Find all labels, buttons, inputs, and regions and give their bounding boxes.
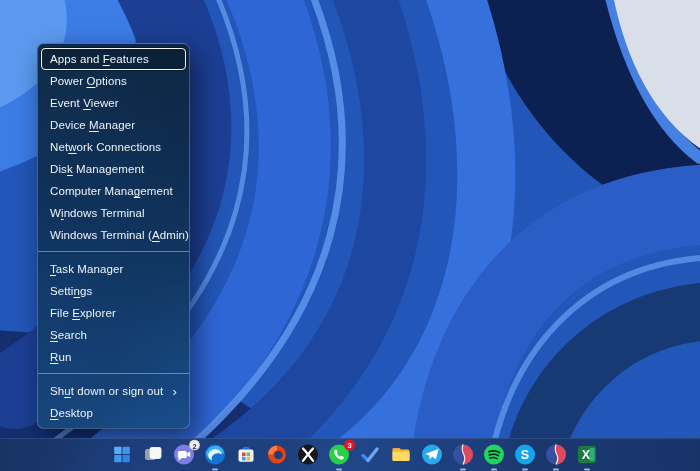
menu-item-power-options[interactable]: Power Options: [41, 70, 186, 92]
menu-item-apps-and-features[interactable]: Apps and Features: [41, 48, 186, 70]
menu-item-label: Shut down or sign out: [50, 385, 163, 397]
menu-item-run[interactable]: Run: [41, 346, 186, 368]
running-indicator: [212, 468, 218, 471]
excel-glyph: X: [575, 443, 599, 467]
store-glyph: [234, 443, 258, 467]
menu-item-label: Run: [50, 351, 71, 363]
menu-item-windows-terminal-admin[interactable]: Windows Terminal (Admin): [41, 224, 186, 246]
menu-item-label: Windows Terminal (Admin): [50, 229, 189, 241]
whatsapp-badge: 3: [344, 440, 355, 451]
office-icon[interactable]: [265, 443, 289, 467]
menu-item-network-connections[interactable]: Network Connections: [41, 136, 186, 158]
whatsapp-icon[interactable]: 3: [327, 443, 351, 467]
running-indicator: [336, 468, 342, 471]
menu-item-windows-terminal[interactable]: Windows Terminal: [41, 202, 186, 224]
running-indicator: [491, 468, 497, 471]
menu-item-label: Windows Terminal: [50, 207, 145, 219]
skype-icon[interactable]: S: [513, 443, 537, 467]
svg-text:S: S: [521, 448, 529, 462]
menu-item-shut-down-or-sign-out[interactable]: Shut down or sign out›: [41, 380, 186, 402]
start-icon[interactable]: [110, 443, 134, 467]
menu-item-event-viewer[interactable]: Event Viewer: [41, 92, 186, 114]
taskbar: 2 3 S X: [0, 438, 700, 471]
menu-item-device-manager[interactable]: Device Manager: [41, 114, 186, 136]
menu-item-label: Desktop: [50, 407, 93, 419]
red-blue-app-2-icon[interactable]: [544, 443, 568, 467]
running-indicator: [584, 468, 590, 471]
chat-icon[interactable]: 2: [172, 443, 196, 467]
skype-glyph: S: [513, 443, 537, 467]
winx-menu: Apps and FeaturesPower OptionsEvent View…: [37, 43, 190, 429]
start-glyph: [110, 443, 134, 467]
desktop[interactable]: Apps and FeaturesPower OptionsEvent View…: [0, 0, 700, 471]
red-blue-app-glyph: [451, 443, 475, 467]
running-indicator: [522, 468, 528, 471]
todo-glyph: [358, 443, 382, 467]
spotify-icon[interactable]: [482, 443, 506, 467]
file-explorer-glyph: [389, 443, 413, 467]
menu-item-label: Task Manager: [50, 263, 123, 275]
spotify-glyph: [482, 443, 506, 467]
menu-separator: [38, 373, 189, 374]
menu-item-label: Apps and Features: [50, 53, 149, 65]
menu-item-label: Event Viewer: [50, 97, 119, 109]
menu-item-label: Power Options: [50, 75, 127, 87]
red-blue-app-2-glyph: [544, 443, 568, 467]
menu-item-label: Network Connections: [50, 141, 161, 153]
telegram-glyph: [420, 443, 444, 467]
menu-item-file-explorer[interactable]: File Explorer: [41, 302, 186, 324]
menu-item-label: Device Manager: [50, 119, 135, 131]
running-indicator: [460, 468, 466, 471]
xbox-icon[interactable]: [296, 443, 320, 467]
taskbar-icons: 2 3 S X: [110, 443, 599, 467]
todo-icon[interactable]: [358, 443, 382, 467]
red-blue-app-icon[interactable]: [451, 443, 475, 467]
menu-item-label: Search: [50, 329, 87, 341]
store-icon[interactable]: [234, 443, 258, 467]
menu-item-settings[interactable]: Settings: [41, 280, 186, 302]
office-glyph: [265, 443, 289, 467]
task-view-icon[interactable]: [141, 443, 165, 467]
telegram-icon[interactable]: [420, 443, 444, 467]
menu-item-task-manager[interactable]: Task Manager: [41, 258, 186, 280]
xbox-glyph: [296, 443, 320, 467]
svg-text:X: X: [582, 448, 591, 462]
excel-icon[interactable]: X: [575, 443, 599, 467]
menu-item-disk-management[interactable]: Disk Management: [41, 158, 186, 180]
edge-icon[interactable]: [203, 443, 227, 467]
edge-glyph: [203, 443, 227, 467]
file-explorer-icon[interactable]: [389, 443, 413, 467]
submenu-chevron-icon: ›: [167, 385, 177, 398]
menu-item-label: Settings: [50, 285, 92, 297]
menu-separator: [38, 251, 189, 252]
menu-item-search[interactable]: Search: [41, 324, 186, 346]
running-indicator: [553, 468, 559, 471]
menu-item-label: Disk Management: [50, 163, 144, 175]
menu-item-label: Computer Management: [50, 185, 173, 197]
task-view-glyph: [141, 443, 165, 467]
menu-item-computer-management[interactable]: Computer Management: [41, 180, 186, 202]
menu-item-desktop[interactable]: Desktop: [41, 402, 186, 424]
menu-item-label: File Explorer: [50, 307, 116, 319]
chat-badge: 2: [189, 440, 200, 451]
